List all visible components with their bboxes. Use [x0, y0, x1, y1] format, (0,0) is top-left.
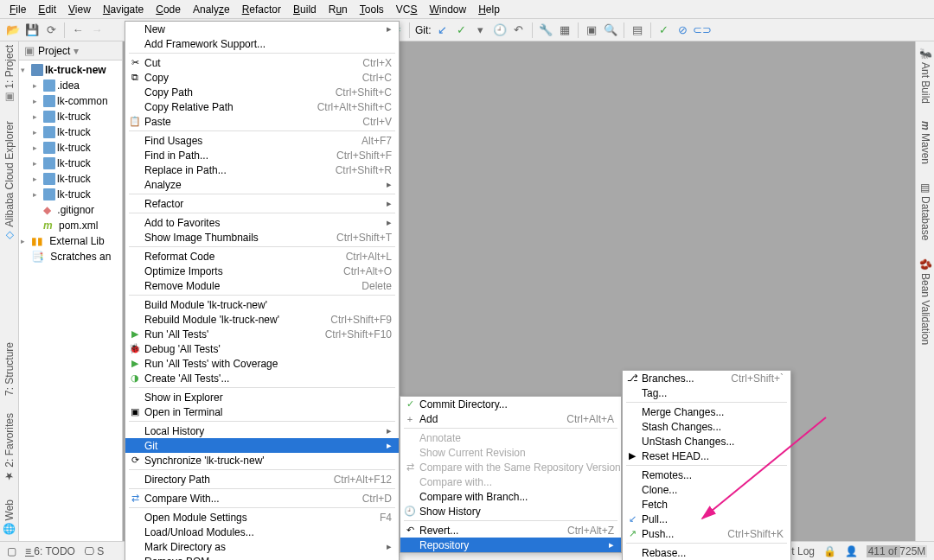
ctx-directory-path[interactable]: Directory PathCtrl+Alt+F12 [125, 472, 399, 487]
ctx-reformat[interactable]: Reformat CodeCtrl+Alt+L [125, 249, 399, 264]
git-add[interactable]: +AddCtrl+Alt+A [400, 411, 621, 426]
ctx-add-framework[interactable]: Add Framework Support... [125, 36, 399, 51]
menu-run[interactable]: Run [323, 2, 354, 17]
status-todo[interactable]: ≡ 6: TODO [25, 545, 75, 557]
tree-item[interactable]: ▸lk-truck [19, 156, 122, 171]
tree-file-pom[interactable]: m pom.xml [19, 218, 122, 233]
ctx-optimize-imports[interactable]: Optimize ImportsCtrl+Alt+O [125, 264, 399, 278]
git-commit-icon[interactable]: ↙ [435, 22, 451, 38]
tree-scratches[interactable]: 📑 Scratches an [19, 249, 122, 264]
repo-push[interactable]: ↗Push...Ctrl+Shift+K [623, 526, 790, 541]
ctx-copy-path[interactable]: Copy PathCtrl+Shift+C [125, 85, 399, 99]
rail-maven[interactable]: mMaven [919, 121, 931, 164]
ctx-remove-module[interactable]: Remove ModuleDelete [125, 278, 399, 293]
project-structure-icon[interactable]: ▣ [584, 22, 599, 38]
ctx-show-thumbnails[interactable]: Show Image ThumbnailsCtrl+Shift+T [125, 230, 399, 245]
refresh-icon[interactable]: ⟳ [43, 22, 59, 38]
back-icon[interactable]: ← [70, 22, 86, 38]
repo-tag[interactable]: Tag... [623, 385, 790, 400]
repo-fetch[interactable]: Fetch [623, 497, 790, 512]
sidebar-title[interactable]: Project [38, 45, 70, 57]
menu-window[interactable]: Window [423, 2, 472, 17]
menu-refactor[interactable]: Refactor [236, 2, 287, 17]
ctx-find-usages[interactable]: Find UsagesAlt+F7 [125, 133, 399, 148]
status-terminal[interactable]: 🖵 S [84, 545, 104, 557]
menu-navigate[interactable]: Navigate [97, 2, 150, 17]
menu-analyze[interactable]: Analyze [187, 2, 236, 17]
save-icon[interactable]: 💾 [24, 22, 40, 38]
menu-edit[interactable]: Edit [32, 2, 62, 17]
rail-ant[interactable]: 🐜Ant Build [919, 47, 931, 104]
ctx-add-favorites[interactable]: Add to Favorites▸ [125, 215, 399, 230]
repo-unstash[interactable]: UnStash Changes... [623, 434, 790, 449]
ctx-copy-relative-path[interactable]: Copy Relative PathCtrl+Alt+Shift+C [125, 99, 399, 114]
chevron-down-icon[interactable]: ▾ [473, 22, 489, 38]
project-tree[interactable]: ▾ lk-truck-new ▸.idea ▸lk-common ▸lk-tru… [19, 60, 122, 266]
ctx-remove-bom[interactable]: Remove BOM [125, 554, 399, 560]
no-entry-icon[interactable]: ⊘ [675, 22, 691, 38]
menu-view[interactable]: View [62, 2, 97, 17]
search-icon[interactable]: 🔍 [603, 22, 618, 38]
tree-external[interactable]: ▸▮▮ External Lib [19, 233, 122, 249]
ctx-copy[interactable]: ⧉CopyCtrl+C [125, 70, 399, 85]
ctx-synchronize[interactable]: ⟳Synchronize 'lk-truck-new' [125, 453, 399, 468]
repo-stash[interactable]: Stash Changes... [623, 419, 790, 434]
ctx-create[interactable]: ◑Create 'All Tests'... [125, 371, 399, 385]
ctx-run-coverage[interactable]: ▶Run 'All Tests' with Coverage [125, 356, 399, 371]
chevron-down-icon[interactable]: ▾ [74, 45, 79, 57]
ctx-cut[interactable]: ✂CutCtrl+X [125, 55, 399, 70]
rail-web[interactable]: 🌐Web [3, 500, 16, 536]
rail-alibaba[interactable]: ◇Alibaba Cloud Explorer [3, 121, 16, 242]
git-compare-branch[interactable]: Compare with Branch... [400, 489, 621, 504]
repo-rebase[interactable]: Rebase... [623, 545, 790, 560]
menu-help[interactable]: Help [472, 2, 506, 17]
rail-bean[interactable]: 🫘Bean Validation [919, 258, 931, 345]
ctx-git[interactable]: Git▸ [125, 438, 399, 453]
ctx-replace-in-path[interactable]: Replace in Path...Ctrl+Shift+R [125, 162, 399, 177]
ctx-debug[interactable]: 🐞Debug 'All Tests' [125, 341, 399, 356]
ctx-show-explorer[interactable]: Show in Explorer [125, 390, 399, 404]
attach-icon[interactable]: ▦ [557, 22, 573, 38]
ctx-compare-with[interactable]: ⇄Compare With...Ctrl+D [125, 491, 399, 506]
rail-favorites[interactable]: ★2: Favorites [3, 413, 16, 482]
rail-structure[interactable]: 7: Structure [3, 342, 16, 396]
rail-project[interactable]: ▣1: Project [3, 45, 16, 104]
tree-item[interactable]: ▸lk-truck [19, 187, 122, 202]
repo-merge[interactable]: Merge Changes... [623, 404, 790, 419]
git-update-icon[interactable]: ✓ [454, 22, 470, 38]
git-show-history[interactable]: 🕘Show History [400, 504, 621, 519]
tree-item[interactable]: ▸lk-truck [19, 171, 122, 187]
ctx-rebuild-module[interactable]: Rebuild Module 'lk-truck-new'Ctrl+Shift+… [125, 312, 399, 327]
ctx-mark-directory[interactable]: Mark Directory as▸ [125, 539, 399, 554]
alibaba-icon[interactable]: ✓ [656, 22, 672, 38]
git-commit-directory[interactable]: ✓Commit Directory... [400, 397, 621, 411]
ctx-local-history[interactable]: Local History▸ [125, 423, 399, 438]
brackets-icon[interactable]: ⊂⊃ [694, 22, 710, 38]
menu-tools[interactable]: Tools [354, 2, 390, 17]
repo-clone[interactable]: Clone... [623, 482, 790, 497]
revert-icon[interactable]: ↶ [511, 22, 527, 38]
repo-remotes[interactable]: Remotes... [623, 468, 790, 482]
tree-item[interactable]: ▸lk-truck [19, 109, 122, 124]
ctx-paste[interactable]: 📋PasteCtrl+V [125, 114, 399, 129]
ctx-open-terminal[interactable]: ▣Open in Terminal [125, 404, 399, 419]
history-icon[interactable]: 🕘 [492, 22, 508, 38]
menu-code[interactable]: Code [150, 2, 187, 17]
tree-item[interactable]: ▸lk-common [19, 93, 122, 109]
ctx-open-module-settings[interactable]: Open Module SettingsF4 [125, 510, 399, 525]
ctx-new[interactable]: New▸ [125, 22, 399, 36]
wrench-icon[interactable]: 🔧 [538, 22, 553, 38]
repo-reset[interactable]: ▶Reset HEAD... [623, 449, 790, 463]
repo-pull[interactable]: ↙Pull... [623, 512, 790, 526]
forward-icon[interactable]: → [89, 22, 105, 38]
repo-branches[interactable]: ⎇Branches...Ctrl+Shift+` [623, 371, 790, 385]
memory-indicator[interactable]: 411 of 725M [867, 545, 927, 557]
stack-icon[interactable]: ▤ [630, 22, 645, 38]
rail-database[interactable]: ▤Database [919, 181, 931, 240]
ctx-load-unload-modules[interactable]: Load/Unload Modules... [125, 525, 399, 539]
ctx-refactor[interactable]: Refactor▸ [125, 196, 399, 211]
tree-root[interactable]: ▾ lk-truck-new [19, 62, 122, 78]
tree-item[interactable]: ▸lk-truck [19, 140, 122, 156]
menu-file[interactable]: File [3, 2, 32, 17]
tree-item[interactable]: ▸.idea [19, 78, 122, 93]
